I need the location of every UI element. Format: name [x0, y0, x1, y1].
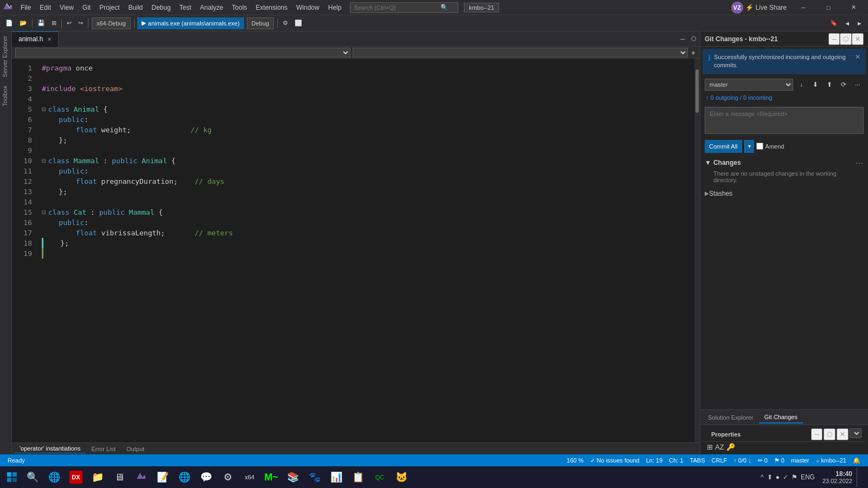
properties-alphabetical-btn[interactable]: AZ — [715, 443, 724, 451]
collapse-icon-15[interactable]: ⊟ — [42, 207, 46, 217]
start-button[interactable] — [2, 467, 22, 487]
toolbar-breakpoints[interactable]: ⬜ — [291, 18, 305, 28]
taskbar-libr[interactable]: 📚 — [282, 467, 304, 487]
properties-pages-btn[interactable]: 🔑 — [726, 443, 735, 451]
tray-expand-icon[interactable]: ^ — [760, 473, 765, 481]
commit-all-button[interactable]: Commit All — [705, 140, 742, 153]
tab-output[interactable]: Output — [121, 445, 150, 453]
menu-view[interactable]: View — [55, 3, 78, 12]
scroll-thumb[interactable] — [695, 69, 699, 113]
debug-config-dropdown[interactable]: Debug — [247, 17, 274, 29]
taskbar-tab[interactable]: 📋 — [347, 467, 369, 487]
toolbar-open[interactable]: 📂 — [16, 18, 30, 28]
toolbar-save-all[interactable]: ⊞ — [48, 18, 60, 28]
toolbar-next-bookmark[interactable]: ► — [853, 19, 866, 28]
toolbar-redo[interactable]: ↪ — [75, 18, 86, 28]
status-branch2[interactable]: ⬦ kmbo--21 — [813, 457, 850, 464]
taskbar-notion[interactable]: 📝 — [152, 467, 174, 487]
incoming-outgoing-link[interactable]: ↑ 0 outgoing / 0 incoming — [706, 94, 772, 101]
taskbar-qc[interactable]: QC — [369, 467, 391, 487]
avatar[interactable]: VZ — [731, 2, 743, 14]
status-git-count[interactable]: ⚑ 0 — [771, 457, 788, 464]
collapse-icon-5[interactable]: ⊟ — [42, 104, 46, 114]
tab-operator-instantiations[interactable]: 'operator' instantiations — [14, 444, 86, 453]
status-col[interactable]: Ch: 1 — [666, 457, 686, 464]
panel-minimize-btn[interactable]: ─ — [677, 35, 688, 43]
status-pencil[interactable]: ✏ 0 — [755, 457, 771, 464]
sidebar-tab-server-explorer[interactable]: Server Explorer — [0, 31, 11, 81]
menu-window[interactable]: Window — [292, 3, 324, 12]
fetch-button[interactable]: ↓ — [795, 79, 807, 91]
taskbar-proc[interactable]: ⚙ — [217, 467, 239, 487]
taskbar-x64[interactable]: x64 — [239, 467, 260, 487]
taskbar-ani2[interactable]: 🐱 — [391, 467, 412, 487]
search-box[interactable]: 🔍 — [350, 2, 458, 13]
tab-animal-h[interactable]: animal.h ✕ — [12, 31, 59, 47]
taskbar-search[interactable]: 🔍 — [22, 467, 43, 487]
menu-debug[interactable]: Debug — [147, 3, 175, 12]
menu-extensions[interactable]: Extensions — [251, 3, 292, 12]
toolbar-save[interactable]: 💾 — [34, 18, 48, 28]
system-clock[interactable]: 18:40 23.02.2022 — [818, 470, 857, 484]
show-desktop-btn[interactable] — [857, 467, 866, 487]
branch-more-btn[interactable]: ··· — [852, 79, 864, 91]
tray-bullet-icon[interactable]: ● — [775, 473, 781, 481]
status-notifications[interactable]: 🔔 — [850, 457, 864, 464]
platform-dropdown[interactable]: x64-Debug — [92, 17, 131, 29]
properties-object-dropdown[interactable] — [850, 428, 861, 438]
status-position[interactable]: Ln: 19 — [643, 457, 666, 464]
amend-checkbox[interactable] — [756, 143, 763, 150]
taskbar-teams[interactable]: 💬 — [195, 467, 217, 487]
menu-git[interactable]: Git — [78, 3, 95, 12]
sidebar-tab-toolbox[interactable]: Toolbox — [0, 81, 11, 111]
tab-solution-explorer[interactable]: Solution Explorer — [703, 412, 759, 423]
tray-flag-icon[interactable]: ⚑ — [790, 473, 799, 481]
taskbar-m[interactable]: M~ — [260, 467, 282, 487]
menu-help[interactable]: Help — [324, 3, 346, 12]
properties-categorized-btn[interactable]: ⊞ — [707, 443, 713, 451]
app-logo[interactable] — [2, 2, 13, 13]
commit-dropdown-button[interactable]: ▾ — [744, 140, 754, 153]
taskbar-visual-studio[interactable] — [130, 467, 152, 487]
code-content[interactable]: #pragma once #include <iostream> ⊟class … — [36, 59, 694, 442]
restore-button[interactable]: □ — [816, 0, 841, 15]
taskbar-ani[interactable]: 🐾 — [304, 467, 326, 487]
commit-message-input[interactable] — [705, 107, 864, 134]
toolbar-undo[interactable]: ↩ — [63, 18, 75, 28]
status-encoding[interactable]: CRLF — [709, 457, 731, 464]
tray-check-icon[interactable]: ✓ — [782, 473, 789, 481]
nav-member-dropdown[interactable] — [353, 48, 688, 57]
toolbar-attach[interactable]: ⚙ — [279, 18, 291, 28]
git-panel-minimize-btn[interactable]: ─ — [828, 33, 840, 45]
taskbar-edge[interactable]: 🌐 — [174, 467, 195, 487]
menu-file[interactable]: File — [16, 3, 35, 12]
taskbar-chrome[interactable]: 🌐 — [43, 467, 65, 487]
properties-float-btn[interactable]: ⬡ — [824, 428, 835, 440]
tab-error-list[interactable]: Error List — [86, 445, 121, 453]
pull-button[interactable]: ⬇ — [809, 79, 821, 91]
taskbar-app4[interactable]: 🖥 — [108, 467, 130, 487]
tab-close-icon[interactable]: ✕ — [47, 36, 52, 42]
amend-label[interactable]: Amend — [756, 143, 784, 150]
toolbar-new-project[interactable]: 📄 — [2, 18, 16, 28]
status-tabs[interactable]: TABS — [687, 457, 709, 464]
status-issues[interactable]: ✓ No issues found — [587, 457, 643, 464]
taskbar-files[interactable]: 📁 — [87, 467, 108, 487]
status-zoom[interactable]: 160 % — [564, 457, 587, 464]
toolbar-bookmark[interactable]: 🔖 — [827, 18, 841, 28]
panel-float-btn[interactable]: ⬡ — [688, 34, 700, 43]
nav-scope-dropdown[interactable] — [15, 48, 350, 57]
push-button[interactable]: ⬆ — [824, 79, 835, 91]
stashes-header[interactable]: ▶ Stashes — [705, 190, 864, 197]
code-line-19[interactable] — [42, 248, 694, 259]
search-input[interactable] — [354, 4, 441, 11]
sync-button[interactable]: ⟳ — [838, 79, 850, 91]
minimize-button[interactable]: ─ — [791, 0, 816, 15]
changes-header[interactable]: ▼ Changes ··· — [705, 157, 864, 168]
menu-build[interactable]: Build — [124, 3, 148, 12]
run-button[interactable]: ▶ animals.exe (animals\animals.exe) — [137, 17, 244, 29]
properties-close-btn[interactable]: ✕ — [837, 428, 848, 440]
properties-minimize-btn[interactable]: ─ — [811, 428, 822, 440]
status-branch[interactable]: master — [788, 457, 813, 464]
collapse-icon-10[interactable]: ⊟ — [42, 156, 46, 166]
